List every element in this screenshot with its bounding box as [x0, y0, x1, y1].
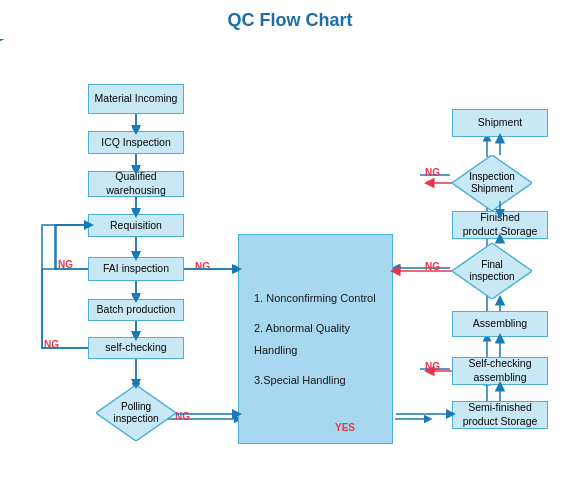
ng-label-fai-loop: NG [58, 259, 73, 270]
shipment-box: Shipment [452, 109, 548, 137]
ng-label-self-checking-assembling: NG [425, 361, 440, 372]
nonconfirming-control-box: 1. Nonconfirming Control 2. Abnormal Qua… [238, 234, 393, 444]
ng-label-fai: NG [195, 261, 210, 272]
ng-label-inspection-shipment: NG [425, 167, 440, 178]
ng-label-final-inspection: NG [425, 261, 440, 272]
requisition-box: Requisition [88, 214, 184, 237]
material-incoming-box: Material Incoming [88, 84, 184, 114]
assembling-box: Assembling [452, 311, 548, 337]
ng-label-polling: NG [175, 411, 190, 422]
finished-product-storage-box: Finished product Storage [452, 211, 548, 239]
qualified-warehousing-box: Qualified warehousing [88, 171, 184, 197]
batch-production-box: Batch production [88, 299, 184, 321]
icq-inspection-box: ICQ Inspection [88, 131, 184, 154]
yes-label: YES [335, 422, 355, 433]
page-title: QC Flow Chart [0, 0, 580, 31]
semi-finished-product-storage-box: Semi-finished product Storage [452, 401, 548, 429]
fai-inspection-box: FAI inspection [88, 257, 184, 281]
ng-label-selfcheck-loop: NG [44, 339, 59, 350]
self-checking-box: self-checking [88, 337, 184, 359]
self-checking-assembling-box: Self-checking assembling [452, 357, 548, 385]
